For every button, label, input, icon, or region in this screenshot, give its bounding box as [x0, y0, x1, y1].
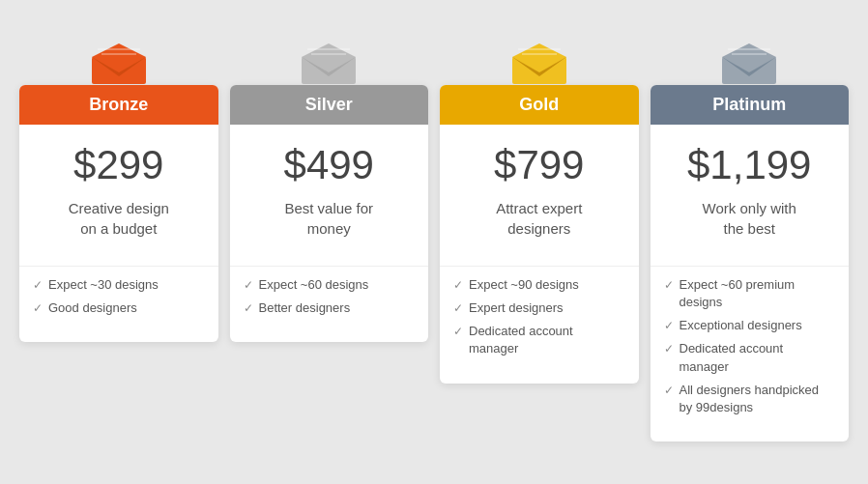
plan-tagline-gold: Attract expertdesigners — [440, 198, 639, 266]
feature-text: Expect ~90 designs — [469, 276, 579, 294]
pricing-container: Bronze$299Creative designon a budget✓Exp… — [19, 43, 849, 441]
list-item: ✓All designers handpicked by 99designs — [664, 382, 836, 416]
envelope-icon-bronze — [85, 43, 153, 87]
list-item: ✓Better designers — [244, 299, 416, 317]
plan-tagline-bronze: Creative designon a budget — [19, 198, 218, 266]
plan-features-platinum: ✓Expect ~60 premium designs✓Exceptional … — [651, 266, 850, 441]
check-icon: ✓ — [244, 300, 253, 317]
check-icon: ✓ — [664, 341, 674, 357]
check-icon: ✓ — [453, 300, 463, 317]
feature-text: Expert designers — [469, 299, 564, 317]
plan-price-bronze: $299 — [19, 125, 218, 198]
plan-features-gold: ✓Expect ~90 designs✓Expert designers✓Ded… — [440, 266, 639, 384]
list-item: ✓Dedicated account manager — [453, 323, 625, 357]
plan-wrapper-bronze: Bronze$299Creative designon a budget✓Exp… — [19, 43, 218, 342]
plan-price-platinum: $1,199 — [651, 125, 850, 198]
plan-features-bronze: ✓Expect ~30 designs✓Good designers — [19, 266, 218, 342]
list-item: ✓Expert designers — [453, 299, 625, 317]
plan-tagline-platinum: Work only withthe best — [651, 198, 850, 266]
plan-card-bronze: Bronze$299Creative designon a budget✓Exp… — [19, 85, 218, 342]
envelope-icon-platinum — [715, 43, 783, 87]
feature-text: Exceptional designers — [680, 317, 802, 334]
plan-price-gold: $799 — [440, 125, 639, 198]
plan-header-platinum: Platinum — [651, 85, 850, 125]
plan-wrapper-silver: Silver$499Best value formoney✓Expect ~60… — [230, 43, 429, 342]
feature-text: Good designers — [48, 299, 137, 317]
list-item: ✓Good designers — [33, 299, 205, 317]
list-item: ✓Expect ~60 premium designs — [664, 276, 836, 311]
plan-header-gold: Gold — [440, 85, 639, 125]
plan-wrapper-gold: Gold$799Attract expertdesigners✓Expect ~… — [440, 43, 639, 384]
feature-text: Better designers — [259, 299, 351, 317]
plan-price-silver: $499 — [230, 125, 429, 198]
feature-text: Expect ~30 designs — [48, 276, 159, 294]
feature-text: Expect ~60 premium designs — [680, 276, 836, 311]
plan-tagline-silver: Best value formoney — [230, 198, 429, 266]
list-item: ✓Expect ~30 designs — [33, 276, 205, 294]
feature-text: All designers handpicked by 99designs — [680, 382, 836, 416]
check-icon: ✓ — [664, 383, 674, 399]
plan-wrapper-platinum: Platinum$1,199Work only withthe best✓Exp… — [651, 43, 850, 441]
list-item: ✓Expect ~90 designs — [453, 276, 625, 294]
envelope-icon-silver — [295, 43, 362, 87]
plan-card-platinum: Platinum$1,199Work only withthe best✓Exp… — [651, 85, 850, 441]
plan-header-bronze: Bronze — [19, 85, 218, 125]
check-icon: ✓ — [664, 277, 674, 294]
check-icon: ✓ — [33, 300, 43, 317]
check-icon: ✓ — [453, 324, 463, 340]
feature-text: Expect ~60 designs — [259, 276, 369, 294]
list-item: ✓Exceptional designers — [664, 317, 836, 334]
check-icon: ✓ — [244, 277, 253, 294]
list-item: ✓Expect ~60 designs — [244, 276, 416, 294]
plan-header-silver: Silver — [230, 85, 429, 125]
feature-text: Dedicated account manager — [680, 340, 836, 375]
check-icon: ✓ — [453, 277, 463, 294]
plan-card-gold: Gold$799Attract expertdesigners✓Expect ~… — [440, 85, 639, 384]
check-icon: ✓ — [33, 277, 43, 294]
plan-features-silver: ✓Expect ~60 designs✓Better designers — [230, 266, 429, 342]
plan-card-silver: Silver$499Best value formoney✓Expect ~60… — [230, 85, 429, 342]
feature-text: Dedicated account manager — [469, 323, 625, 357]
envelope-icon-gold — [506, 43, 573, 87]
check-icon: ✓ — [664, 318, 674, 334]
list-item: ✓Dedicated account manager — [664, 340, 836, 375]
